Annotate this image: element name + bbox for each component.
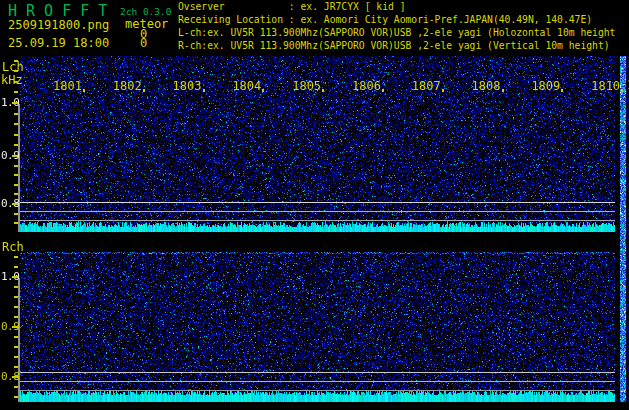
minute-tick <box>83 89 85 92</box>
freq-minor-tick <box>14 356 18 358</box>
time-label: 1803 <box>173 79 202 93</box>
minute-tick <box>442 89 444 92</box>
freq-minor-tick <box>14 296 18 298</box>
freq-minor-tick <box>14 91 18 93</box>
freq-minor-tick <box>14 386 18 388</box>
freq-minor-tick <box>14 165 18 167</box>
live-cursor-column <box>615 56 629 402</box>
minute-tick <box>561 89 563 92</box>
rch-panel-label: Rch <box>2 241 24 254</box>
freq-minor-tick <box>14 193 18 195</box>
hrofft-screen: H R O F F T 2ch 0.3.0 2509191800.png met… <box>0 0 629 410</box>
rch-receiver-line: R-ch:ex. UV5R 113.900Mhz(SAPPORO VOR)USB… <box>178 41 610 52</box>
freq-minor-tick <box>14 336 18 338</box>
time-label: 1810 <box>591 79 620 93</box>
freq-minor-tick <box>14 123 18 125</box>
time-label: 1805 <box>292 79 321 93</box>
freq-major-tick <box>12 276 18 278</box>
observer-line: Ovserver : ex. JR7CYX [ kid ] <box>178 2 405 13</box>
minute-tick <box>203 89 205 92</box>
lch-axis-line <box>18 104 20 232</box>
freq-minor-tick <box>14 222 18 224</box>
minute-tick <box>621 89 623 92</box>
freq-minor-tick <box>14 396 18 398</box>
freq-major-tick <box>12 326 18 328</box>
timestamp: 25.09.19 18:00 <box>8 37 109 50</box>
freq-major-tick <box>12 203 18 205</box>
minute-tick <box>382 89 384 92</box>
time-label: 1806 <box>352 79 381 93</box>
freq-minor-tick <box>14 266 18 268</box>
app-version: 2ch 0.3.0 <box>120 7 171 17</box>
freq-minor-tick <box>14 306 18 308</box>
rch-axis-line <box>18 278 20 402</box>
lch-receiver-line: L-ch:ex. UV5R 113.900Mhz(SAPPORO VOR)USB… <box>178 28 615 39</box>
time-label: 1807 <box>412 79 441 93</box>
freq-minor-tick <box>14 213 18 215</box>
time-label: 1809 <box>531 79 560 93</box>
freq-major-tick <box>12 155 18 157</box>
freq-minor-tick <box>14 113 18 115</box>
freq-minor-tick <box>14 256 18 258</box>
time-label: 1802 <box>113 79 142 93</box>
freq-minor-tick <box>14 144 18 146</box>
freq-minor-tick <box>14 184 18 186</box>
output-filename: 2509191800.png <box>8 19 109 32</box>
freq-major-tick <box>12 376 18 378</box>
time-label: 1808 <box>472 79 501 93</box>
time-label: 1804 <box>232 79 261 93</box>
freq-minor-tick <box>14 60 18 62</box>
time-label: 1801 <box>53 79 82 93</box>
freq-minor-tick <box>14 134 18 136</box>
rch-spectrogram <box>20 252 629 402</box>
minute-tick <box>502 89 504 92</box>
freq-minor-tick <box>14 174 18 176</box>
freq-minor-tick <box>14 366 18 368</box>
freq-minor-tick <box>14 81 18 83</box>
minute-tick <box>143 89 145 92</box>
minute-tick <box>322 89 324 92</box>
freq-minor-tick <box>14 70 18 72</box>
freq-minor-tick <box>14 316 18 318</box>
freq-major-tick <box>12 102 18 104</box>
location-line: Receiving Location : ex. Aomori City Aom… <box>178 15 592 26</box>
meteor-count-bottom: 0 <box>140 37 147 50</box>
khz-unit-label: kHz <box>1 74 23 87</box>
minute-tick <box>262 89 264 92</box>
freq-minor-tick <box>14 346 18 348</box>
freq-minor-tick <box>14 286 18 288</box>
